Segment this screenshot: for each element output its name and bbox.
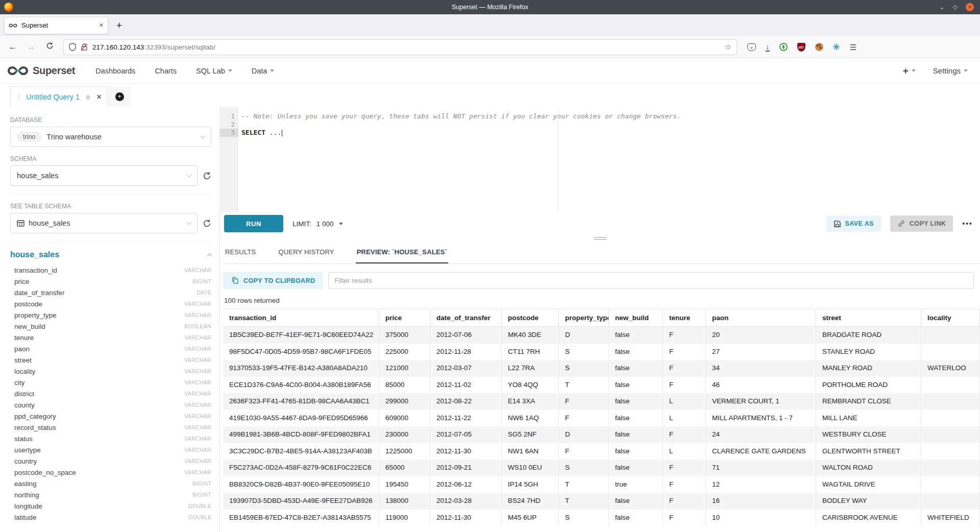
column-type: DOUBLE: [188, 503, 211, 509]
browser-tab[interactable]: Superset ✕: [4, 17, 108, 34]
nav-dashboards[interactable]: Dashboards: [95, 67, 135, 75]
table-row[interactable]: 98F5DC47-0D05-4D59-95B7-98CA6F1FDE052250…: [223, 344, 980, 360]
window-maximize-icon[interactable]: ◇: [953, 4, 958, 10]
query-tab[interactable]: ⋮ Untitled Query 1 ✕: [10, 86, 107, 107]
tab-close-icon[interactable]: ✕: [99, 22, 104, 29]
table-cell: 230000: [379, 426, 430, 443]
nav-sql-lab[interactable]: SQL Lab: [196, 67, 232, 75]
new-shortcut-button[interactable]: +: [903, 65, 916, 77]
schema-column-row[interactable]: country VARCHAR: [10, 455, 211, 467]
table-row[interactable]: 91370533-19F5-47FE-B142-A380A8ADA2101210…: [223, 360, 980, 377]
schema-column-row[interactable]: postcode_no_space VARCHAR: [10, 467, 211, 478]
schema-column-row[interactable]: transaction_id VARCHAR: [10, 264, 211, 276]
save-as-button[interactable]: SAVE AS: [826, 215, 881, 232]
schema-column-row[interactable]: tenure VARCHAR: [10, 332, 211, 343]
schema-column-row[interactable]: locality VARCHAR: [10, 366, 211, 377]
table-row[interactable]: F5C273AC-0D2A-458F-8279-9C61F0C22EC66500…: [223, 460, 980, 476]
schema-column-row[interactable]: longitude DOUBLE: [10, 500, 211, 512]
refresh-schema-icon[interactable]: [203, 172, 211, 180]
column-header[interactable]: property_type: [559, 309, 609, 327]
window-close-icon[interactable]: ✕: [966, 3, 974, 11]
column-header[interactable]: postcode: [502, 309, 559, 327]
schema-column-row[interactable]: northing BIGINT: [10, 489, 211, 500]
extension-green-icon[interactable]: [779, 43, 788, 51]
forward-icon[interactable]: →: [23, 42, 39, 52]
copy-link-button[interactable]: COPY LINK: [890, 215, 953, 232]
schema-column-row[interactable]: ppd_category VARCHAR: [10, 410, 211, 422]
extension-asterisk-icon[interactable]: ✳: [833, 42, 840, 53]
table-row[interactable]: EB1459EB-67ED-47C8-B2E7-A38143AB55751190…: [223, 510, 980, 526]
column-header[interactable]: tenure: [663, 309, 706, 327]
column-header[interactable]: paon: [706, 309, 816, 327]
more-actions-button[interactable]: •••: [962, 220, 973, 228]
column-header[interactable]: locality: [921, 309, 980, 327]
limit-dropdown[interactable]: LIMIT: 1 000: [292, 220, 343, 228]
column-header[interactable]: street: [816, 309, 921, 327]
table-select[interactable]: house_sales: [10, 213, 198, 233]
query-tab-close-icon[interactable]: ✕: [96, 93, 102, 101]
table-row[interactable]: 3C3C29DC-B7B2-4BE5-914A-A38123AF403B1225…: [223, 443, 980, 460]
database-select[interactable]: trino Trino warehouse: [10, 127, 211, 147]
copy-to-clipboard-button[interactable]: COPY TO CLIPBOARD: [223, 272, 323, 289]
table-row[interactable]: 499B1981-3B6B-4BCD-808F-9FED9802BFA12300…: [223, 426, 980, 443]
schema-column-row[interactable]: street VARCHAR: [10, 354, 211, 366]
nav-charts[interactable]: Charts: [155, 67, 177, 75]
reload-icon[interactable]: [42, 42, 57, 52]
new-tab-icon[interactable]: +: [116, 20, 122, 31]
insecure-lock-icon[interactable]: [80, 43, 88, 51]
add-query-tab-button[interactable]: +: [108, 86, 131, 107]
table-row[interactable]: ECE1D376-C9A6-4C00-B004-A380B189FA568500…: [223, 377, 980, 394]
shield-icon[interactable]: [69, 43, 76, 51]
table-row[interactable]: 193907D3-5DBD-453D-A49E-9FEE27DAB9261380…: [223, 493, 980, 510]
schema-column-row[interactable]: latitude DOUBLE: [10, 512, 211, 523]
back-icon[interactable]: ←: [5, 42, 20, 52]
schema-column-row[interactable]: district VARCHAR: [10, 388, 211, 399]
schema-select[interactable]: house_sales: [10, 165, 198, 186]
column-header[interactable]: new_build: [609, 309, 663, 327]
table-row[interactable]: 419E1030-9A55-4467-8DA9-9FED95D659666090…: [223, 410, 980, 427]
schema-column-row[interactable]: paon VARCHAR: [10, 343, 211, 354]
table-row[interactable]: 1B5C39ED-BE7F-41EF-9E71-9C60EED74A223750…: [223, 327, 980, 344]
pane-splitter[interactable]: [220, 235, 980, 242]
collapse-caret-icon[interactable]: [207, 253, 212, 258]
window-minimize-icon[interactable]: ⌄: [940, 4, 945, 10]
sql-editor[interactable]: 1 2 3 -- Note: Unless you save your quer…: [220, 107, 980, 212]
superset-brand[interactable]: Superset: [7, 65, 75, 77]
database-value: Trino warehouse: [46, 133, 196, 141]
ublock-icon[interactable]: uO: [797, 43, 805, 52]
tab-preview-house-sales[interactable]: PREVIEW: `HOUSE_SALES`: [356, 242, 449, 263]
table-cell: false: [609, 460, 663, 476]
column-header[interactable]: transaction_id: [223, 309, 379, 327]
schema-column-row[interactable]: status VARCHAR: [10, 433, 211, 444]
schema-column-row[interactable]: property_type VARCHAR: [10, 309, 211, 321]
table-row[interactable]: BB8320C9-D82B-4B37-90E0-9FEE05095E101954…: [223, 476, 980, 493]
pocket-icon[interactable]: ⌄: [747, 43, 756, 51]
schema-column-row[interactable]: county VARCHAR: [10, 399, 211, 410]
schema-column-row[interactable]: usertype VARCHAR: [10, 444, 211, 455]
table-row[interactable]: 2636F323-FF41-4765-81DB-98CAA6A43BC12990…: [223, 393, 980, 410]
schema-column-row[interactable]: easting BIGINT: [10, 478, 211, 489]
nav-data[interactable]: Data: [252, 67, 275, 75]
settings-menu[interactable]: Settings: [933, 66, 968, 75]
drag-dots-icon[interactable]: ⋮: [16, 93, 22, 101]
tab-query-history[interactable]: QUERY HISTORY: [277, 242, 335, 263]
run-button[interactable]: RUN: [224, 215, 283, 232]
column-header[interactable]: price: [379, 309, 430, 327]
bookmark-star-icon[interactable]: ☆: [725, 42, 731, 52]
refresh-table-icon[interactable]: [203, 219, 211, 228]
schema-table-name[interactable]: house_sales: [10, 250, 208, 259]
menu-icon[interactable]: ☰: [850, 43, 856, 51]
schema-column-row[interactable]: record_status VARCHAR: [10, 422, 211, 433]
download-icon[interactable]: ↓: [766, 42, 770, 52]
schema-column-row[interactable]: date_of_transfer DATE: [10, 287, 211, 298]
schema-column-row[interactable]: city VARCHAR: [10, 377, 211, 388]
column-header[interactable]: date_of_transfer: [430, 309, 502, 327]
filter-results-input[interactable]: [328, 272, 974, 289]
tab-results[interactable]: RESULTS: [224, 242, 257, 263]
cookie-extension-icon[interactable]: [815, 43, 823, 51]
schema-column-row[interactable]: price BIGINT: [10, 276, 211, 287]
schema-column-row[interactable]: postcode VARCHAR: [10, 298, 211, 309]
editor-code[interactable]: -- Note: Unless you save your query, the…: [238, 107, 980, 212]
url-bar[interactable]: 217.160.120.143:32393/superset/sqllab/ ☆: [63, 39, 737, 55]
schema-column-row[interactable]: new_build BOOLEAN: [10, 321, 211, 332]
